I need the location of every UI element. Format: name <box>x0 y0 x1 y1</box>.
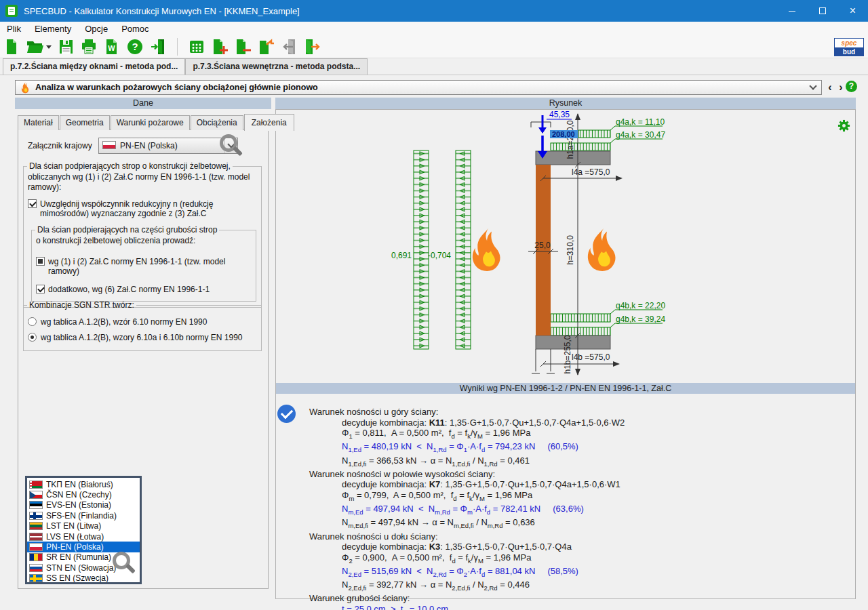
additional-checkbox-row: dodatkowo, wg (6) Zał.C normy EN 1996-1-… <box>36 285 252 294</box>
dim-l4a: l4a =575,0 <box>572 167 610 177</box>
partial-thickness-text: o konstrukcji żelbetowej obliczenia prow… <box>36 236 252 246</box>
flag-icon <box>102 141 116 149</box>
reduction-checkbox-label: Uwzględnij współczynnik redukcyjny n (re… <box>40 199 257 218</box>
menu-item[interactable]: Pomoc <box>115 22 155 36</box>
document-tab[interactable]: p.7.2.Ściana między oknami - metoda pod.… <box>3 58 185 75</box>
remove-element-icon[interactable] <box>234 38 252 56</box>
document-tab[interactable]: p.7.3.Ściana wewnętrzna - metoda podsta.… <box>185 58 368 75</box>
result-line: N2,Ed,fi = 392,77 kN → α = N2,Ed,fi / N2… <box>342 580 625 593</box>
data-tab[interactable]: Warunki pożarowe <box>111 115 190 130</box>
data-panel-header: Dane <box>15 98 271 109</box>
open-dropdown-caret-icon[interactable] <box>46 45 52 49</box>
result-line: decyduje kombinacja: K11: 1,35·G+1,5·0,7… <box>342 418 625 428</box>
exit-door-icon[interactable] <box>149 38 167 56</box>
data-tab[interactable]: Geometria <box>60 115 110 130</box>
door-forward-icon[interactable] <box>303 38 321 56</box>
flag-icon <box>29 564 43 572</box>
data-tab[interactable]: Materiał <box>18 115 59 130</box>
open-file-icon[interactable] <box>26 38 43 56</box>
q4b-label: q4b,k = 22,20 <box>616 301 665 310</box>
svg-text:W: W <box>108 44 115 52</box>
country-label: SS EN (Szwecja) <box>46 573 108 583</box>
gear-icon[interactable] <box>837 119 850 132</box>
fire-icon <box>473 228 500 271</box>
top-value-label: 208,00 <box>552 130 575 138</box>
wind-load-left: 0,691 <box>391 150 429 349</box>
national-annex-select[interactable]: PN-EN (Polska) <box>98 138 238 154</box>
new-document-icon[interactable] <box>3 38 20 56</box>
g4b-label: g4b,k = 39,24 <box>616 314 665 324</box>
close-button[interactable]: × <box>837 0 868 22</box>
result-line: Warunek nośności u dołu ściany: <box>309 531 625 542</box>
wind-left-value: 0,691 <box>391 251 412 260</box>
radio-610ab-row: wg tablica A.1.2(B), wzory 6.10a i 6.10b… <box>28 333 257 342</box>
window-title: SPECBUD - Kalkulator Konstrukcji Murowyc… <box>24 6 300 16</box>
flag-icon <box>29 543 43 551</box>
data-tab[interactable]: Założenia <box>244 114 294 131</box>
rc-slab-group-legend: Dla ścian podpierających strop o konstru… <box>27 161 233 171</box>
next-analysis-button[interactable]: › <box>836 81 846 94</box>
result-line: Warunek nośności u góry ściany: <box>309 407 625 418</box>
country-item[interactable]: PN-EN (Polska) <box>27 542 140 552</box>
copy-element-icon[interactable] <box>257 38 275 56</box>
menu-item[interactable]: Plik <box>0 22 28 36</box>
toolbar: W? spec bud <box>0 36 868 58</box>
radio-610-label: wg tablica A.1.2(B), wzór 6.10 normy EN … <box>41 317 207 327</box>
radio-610ab-label: wg tablica A.1.2(B), wzory 6.10a i 6.10b… <box>41 333 243 342</box>
radio-610[interactable] <box>28 317 37 326</box>
dim-thickness: 25,0 <box>534 241 551 250</box>
poland-flag-icon <box>102 140 116 152</box>
chevron-down-icon <box>809 82 816 89</box>
frame-model-checkbox[interactable] <box>36 257 45 266</box>
menu-item[interactable]: Opcje <box>78 22 115 36</box>
country-item[interactable]: LST EN (Litwa) <box>27 521 140 531</box>
radio-610ab[interactable] <box>28 333 37 342</box>
help-button[interactable]: ? <box>846 81 857 92</box>
window-controls: × <box>776 0 868 22</box>
export-word-icon[interactable]: W <box>103 38 121 56</box>
previous-analysis-button[interactable]: ‹ <box>825 81 835 94</box>
country-item[interactable]: SFS-EN (Finlandia) <box>27 510 140 521</box>
frame-model-checkbox-label: wg (1) i (2) Zał.C normy EN 1996-1-1 (tz… <box>48 257 252 276</box>
structure-drawing: 0,691 -0,704 q4a,k = 11,10 g4a,k = 30,47… <box>276 110 855 382</box>
analysis-title: Analiza w warunkach pożarowych ściany ob… <box>35 83 318 92</box>
help-icon[interactable]: ? <box>126 38 144 56</box>
analysis-type-dropdown[interactable]: Analiza w warunkach pożarowych ściany ob… <box>15 80 822 95</box>
bottom-loads: q4b,k = 22,20 g4b,k = 39,24 <box>551 301 665 336</box>
menu-item[interactable]: Elementy <box>28 22 78 36</box>
magnifier-cursor <box>220 134 237 152</box>
country-item[interactable]: SS EN (Szwecja) <box>27 573 140 584</box>
country-item[interactable]: ČSN EN (Czechy) <box>27 489 140 500</box>
country-label: LST EN (Litwa) <box>46 521 101 531</box>
result-line: Φm = 0,799, A = 0,500 m², fd = fk/γM = 1… <box>342 490 625 504</box>
result-line: Φ1 = 0,811, A = 0,500 m², fd = fk/γM = 1… <box>342 428 625 441</box>
country-item[interactable]: TKП EN (Białoruś) <box>27 479 140 489</box>
country-label: SR EN (Rumunia) <box>46 552 111 562</box>
country-item[interactable]: LVS EN (Łotwa) <box>27 531 140 542</box>
result-line: Warunek nośności w połowie wysokości ści… <box>309 469 625 480</box>
country-label: ČSN EN (Czechy) <box>46 490 112 500</box>
data-tab[interactable]: Obciążenia <box>191 115 243 130</box>
country-item[interactable]: EVS-EN (Estonia) <box>27 500 140 510</box>
country-label: EVS-EN (Estonia) <box>46 500 111 510</box>
save-icon[interactable] <box>57 38 75 56</box>
additional-checkbox[interactable] <box>36 285 45 293</box>
result-line: N1,Ed,fi = 366,53 kN → α = N1,Ed,fi / N1… <box>342 455 625 469</box>
door-back-icon[interactable] <box>280 38 298 56</box>
flag-icon <box>29 481 43 489</box>
maximize-icon <box>819 7 826 14</box>
annex-label: Załącznik krajowy <box>28 141 92 150</box>
add-element-icon[interactable] <box>211 38 229 56</box>
maximize-button[interactable] <box>807 0 837 22</box>
dim-l4b: l4b =575,0 <box>572 352 610 362</box>
minimize-button[interactable] <box>776 0 807 22</box>
frame-model-checkbox-row: wg (1) i (2) Zał.C normy EN 1996-1-1 (tz… <box>36 257 252 276</box>
wind-load-right: -0,704 <box>428 150 471 349</box>
print-icon[interactable] <box>80 38 98 56</box>
result-line: Nm,Ed = 497,94 kN < Nm,Rd = Φm·A·fd = 78… <box>342 504 625 517</box>
reduction-checkbox-row: Uwzględnij współczynnik redukcyjny n (re… <box>28 199 257 218</box>
reduction-checkbox[interactable] <box>28 199 37 208</box>
rc-slab-group-text: obliczanych wg (1) i (2) Zał.C normy EN … <box>28 172 257 192</box>
elements-table-icon[interactable] <box>188 38 205 56</box>
menu-bar: PlikElementyOpcjePomoc <box>0 22 868 36</box>
